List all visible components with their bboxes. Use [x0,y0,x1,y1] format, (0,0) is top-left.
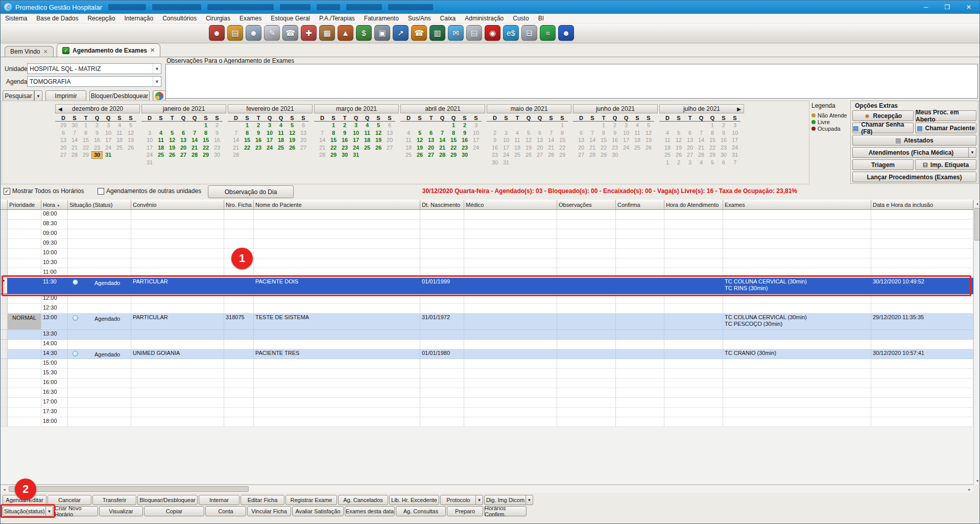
protocolo-button[interactable]: Protocolo [440,495,476,505]
day-cell[interactable]: 15 [448,136,459,144]
day-cell[interactable]: 3 [470,122,482,129]
day-cell[interactable]: 22 [598,144,609,152]
copiar-button[interactable]: Copiar [144,506,204,516]
menu-internacao[interactable]: Internação [119,15,158,22]
day-cell[interactable]: 3 [729,122,740,129]
day-cell[interactable]: 6 [684,129,696,137]
day-cell[interactable]: 19 [414,144,425,152]
checkbox-checked-icon[interactable]: ✓ [4,188,10,195]
day-cell[interactable]: 18 [632,136,643,144]
stock-box-icon[interactable]: ▦ [319,25,335,41]
day-cell[interactable]: 28 [230,151,242,159]
day-cell[interactable]: 7 [545,129,557,137]
lib-hr-excedente-button[interactable]: Lib. Hr. Excedente [389,495,439,505]
dig-img-dicom-dropdown[interactable]: ▼ [525,495,533,505]
day-cell[interactable]: 23 [91,144,103,152]
day-cell[interactable]: 8 [557,129,568,137]
day-cell[interactable]: 29 [598,151,609,159]
day-cell[interactable]: 8 [598,129,609,137]
empty-slot-row-0830[interactable]: 08:30 [1,220,973,229]
day-cell[interactable]: 25 [114,144,125,152]
day-cell[interactable]: 19 [373,136,384,144]
day-cell[interactable]: 12 [373,129,384,137]
horarios-confirm-button[interactable]: Horários Confirm. [484,506,527,516]
day-cell[interactable]: 14 [437,136,448,144]
exames-desta-data-button[interactable]: Exames desta data [345,506,395,516]
day-cell[interactable]: 11 [155,136,166,144]
day-cell[interactable]: 28 [696,151,707,159]
day-cell[interactable]: 16 [91,136,103,144]
day-cell[interactable]: 13 [58,136,69,144]
imprimir-button[interactable]: Imprimir [45,90,86,102]
day-cell[interactable]: 3 [350,122,362,129]
day-cell[interactable]: 30 [91,151,103,159]
day-cell[interactable]: 21 [189,144,200,152]
user-icon[interactable]: ☻ [558,25,574,41]
day-cell[interactable]: 22 [557,144,568,152]
day-cell[interactable]: 28 [189,151,200,159]
day-cell[interactable]: 8 [80,129,91,137]
ag-cancelados-button[interactable]: Ag. Cancelados [338,495,388,505]
observacoes-textarea[interactable] [165,64,978,99]
internar-button[interactable]: Internar [199,495,240,505]
observacao-do-dia-button[interactable]: Observação do Dia [208,185,294,198]
chamar-senha-button[interactable]: ▤Chamar Senha (F8) [852,123,914,133]
day-cell[interactable]: 30 [69,122,80,129]
day-cell[interactable]: 6 [384,122,395,129]
day-cell[interactable]: 5 [166,129,178,137]
empty-slot-row-1030[interactable]: 10:30 [1,258,973,268]
day-cell[interactable]: 13 [298,129,309,137]
day-cell[interactable]: 6 [534,129,545,137]
column-header-nome-do-paciente[interactable]: Nome do Paciente [254,200,420,210]
day-cell[interactable]: 10 [500,136,512,144]
day-cell[interactable]: 12 [643,129,654,137]
day-cell[interactable]: 20 [684,144,696,152]
day-cell[interactable]: 13 [384,129,395,137]
day-cell[interactable]: 26 [523,151,534,159]
day-cell[interactable]: 16 [489,144,500,152]
menu-recepcao[interactable]: Recepção [83,15,119,22]
column-header-confirma[interactable]: Confirma [616,200,664,210]
day-cell[interactable]: 26 [373,144,384,152]
day-cell[interactable]: 25 [662,151,673,159]
day-cell[interactable]: 14 [69,136,80,144]
day-cell[interactable]: 11 [512,136,523,144]
day-cell[interactable]: 4 [403,129,414,137]
column-header-hora[interactable]: Hora▲ [41,200,68,210]
atendimentos-ficha-medica-button[interactable]: Atendimentos (Ficha Médica) [852,147,970,158]
day-cell[interactable]: 7 [69,129,80,137]
day-cell[interactable]: 17 [470,136,482,144]
day-cell[interactable]: 27 [298,144,309,152]
day-cell[interactable]: 7 [696,129,707,137]
day-cell[interactable]: 9 [211,129,223,137]
imp-etiqueta-button[interactable]: ⊟Imp. Etiqueta [915,159,976,170]
day-cell[interactable]: 7 [189,129,200,137]
scroll-right-icon[interactable]: ► [966,485,973,493]
registrar-exame-button[interactable]: Registrar Exame [285,495,337,505]
day-cell[interactable]: 13 [534,136,545,144]
empty-slot-row-1400[interactable]: 14:00 [1,340,973,349]
maximize-button[interactable]: ❐ [937,1,958,14]
day-cell[interactable]: 23 [609,144,620,152]
day-cell[interactable]: 14 [587,136,598,144]
day-cell[interactable]: 9 [339,129,350,137]
day-cell[interactable]: 19 [166,144,178,152]
day-cell[interactable]: 21 [587,144,598,152]
menu-cirurgias[interactable]: Cirurgias [201,15,235,22]
day-cell[interactable]: 24 [500,151,512,159]
day-cell[interactable]: 30 [459,151,470,159]
ag-consultas-button[interactable]: Ag. Consultas [396,506,446,516]
day-cell[interactable]: 28 [69,151,80,159]
day-cell[interactable]: 6 [298,122,309,129]
day-cell[interactable]: 26 [286,144,298,152]
day-cell[interactable]: 22 [328,144,339,152]
day-cell[interactable]: 9 [91,129,103,137]
day-cell[interactable]: 16 [253,136,264,144]
day-cell[interactable]: 29 [200,151,211,159]
day-cell[interactable]: 17 [500,144,512,152]
column-header-prioridade[interactable]: Prioridade [8,200,41,210]
empty-slot-row-1800[interactable]: 18:00 [1,417,973,427]
day-cell[interactable]: 27 [384,144,395,152]
day-cell[interactable]: 30 [609,151,620,159]
day-cell[interactable]: 5 [707,159,718,166]
